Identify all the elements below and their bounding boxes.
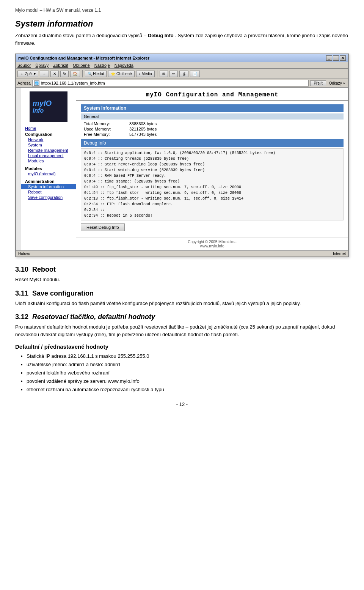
nav-modules-title: Modules [21, 165, 76, 171]
forward-button[interactable]: → [40, 71, 49, 77]
address-label: Adresa [17, 81, 31, 85]
nav-system[interactable]: System [21, 142, 76, 148]
system-info-header: System Information [81, 104, 344, 112]
left-border [16, 88, 21, 250]
used-memory-value: 3211265 bytes [126, 126, 344, 132]
myio-logo: myIO info [30, 91, 67, 122]
menu-soubor[interactable]: Soubor [17, 63, 31, 68]
nav-local-management[interactable]: Local management [21, 153, 76, 158]
free-memory-label: Free Memory: [81, 132, 126, 137]
memory-info-table: Total Memory: 8388608 bytes Used Memory:… [81, 121, 344, 137]
defaults-title: Defaultní / přednastavené hodnoty [15, 343, 349, 350]
home-button[interactable]: 🏠 [70, 71, 80, 77]
free-memory-row: Free Memory: 5177343 bytes [81, 132, 344, 137]
minimize-button[interactable]: _ [326, 55, 332, 61]
address-url: http://192.168.1.1/system_info.htm [41, 81, 105, 85]
nav-home[interactable]: Home [21, 126, 76, 131]
debug-line: 0:2:34 :: [84, 207, 340, 213]
section-description: Zobrazení aktuálního stavu paměti a debu… [15, 32, 349, 47]
total-memory-value: 8388608 bytes [126, 121, 344, 126]
reset-debug-button[interactable]: Reset Debug Info [81, 223, 125, 231]
page-number: - 12 - [15, 401, 349, 407]
browser-controls: _ □ ✕ [326, 55, 346, 61]
section-title: System information [15, 19, 349, 29]
address-input-box[interactable]: 🌐 http://192.168.1.1/system_info.htm [32, 80, 309, 87]
page-icon: 🌐 [34, 80, 39, 86]
search-button[interactable]: 🔍 Hledat [85, 71, 107, 77]
toolbar-extra3[interactable]: 🖨 [179, 71, 188, 77]
general-sub-header: General [81, 113, 344, 120]
debug-line: 0:0:4 :: Starting application, fw: 1.6.0… [84, 150, 340, 156]
back-button[interactable]: ← Zpět ▾ [17, 71, 38, 77]
go-button[interactable]: Přejít [310, 80, 326, 86]
debug-line: 0:1:54 :: ftp_flash_stor - writing sec.n… [84, 190, 340, 196]
toolbar-extra4[interactable]: 📄 [190, 71, 200, 77]
browser-inner: myIO info Home Configuration Network Sys… [21, 88, 348, 250]
debug-line: 0:0:4 :: Start watch-dog service (528383… [84, 167, 340, 173]
menu-zobrazit[interactable]: Zobrazit [53, 63, 68, 68]
debug-content-area: 0:0:4 :: Starting application, fw: 1.6.0… [81, 148, 344, 220]
used-memory-row: Used Memory: 3211265 bytes [81, 126, 344, 132]
toolbar-extra2[interactable]: ✏ [169, 71, 178, 77]
nav-save-configuration[interactable]: Save configuration [21, 195, 76, 200]
menu-oblibene[interactable]: Oblíbené [73, 63, 90, 68]
myio-nav: myIO info Home Configuration Network Sys… [21, 88, 76, 250]
address-bar: Adresa 🌐 http://192.168.1.1/system_info.… [16, 79, 348, 88]
total-memory-row: Total Memory: 8388608 bytes [81, 121, 344, 126]
menu-napoveda[interactable]: Nápověda [115, 63, 133, 68]
debug-line: 0:0:4 :: RAM based FTP Server ready. [84, 173, 340, 179]
debug-line: 0:2:34 :: FTP: Flash download complete. [84, 201, 340, 207]
browser-window: myIO Configuration and Management - Micr… [15, 53, 349, 257]
browser-content: myIO info Home Configuration Network Sys… [16, 88, 348, 250]
debug-line: 0:2:13 :: ftp_flash_stor - writing sec.n… [84, 196, 340, 201]
myio-content-area: System Information General Total Memory:… [76, 101, 348, 237]
debug-line: 0:0:4 :: Creating threads (5283839 bytes… [84, 156, 340, 162]
status-right: Internet [333, 252, 346, 256]
app-header-text: myIO Configuration and Management [146, 91, 279, 98]
debug-line: 0:0:4 :: time stamp:: (5283839 bytes fre… [84, 179, 340, 184]
bullet-item: ethernet rozhraní na automatické rozpozn… [27, 385, 349, 394]
section310-title: 3.10 Reboot [15, 266, 349, 274]
section310-description: Reset MyIO modulu. [15, 276, 349, 283]
logo-info: info [33, 107, 44, 114]
debug-info-header: Debug Info [81, 139, 344, 147]
bullet-item: Statická IP adresa 192.168.1.1 s maskou … [27, 352, 349, 360]
section311-title: 3.11 Save configuration [15, 289, 349, 297]
toolbar-extra1[interactable]: ✉ [160, 71, 168, 77]
menu-nastroje[interactable]: Nástroje [94, 63, 110, 68]
bullet-item: povolení vzdálené správy ze serveru www.… [27, 377, 349, 385]
document-header: Myio modul – HW a SW manuál, verze 1.1 [15, 8, 349, 13]
debug-line: 0:0:4 :: Start never-ending loop (528383… [84, 162, 340, 167]
free-memory-value: 5177343 bytes [126, 132, 344, 137]
maximize-button[interactable]: □ [333, 55, 339, 61]
myio-main-content: myIO Configuration and Management System… [76, 88, 348, 250]
browser-titlebar: myIO Configuration and Management - Micr… [16, 54, 348, 62]
logo-myio: myIO [33, 99, 52, 107]
nav-system-information[interactable]: System information [21, 184, 76, 189]
myio-footer: Copyright © 2005 Mikroklima www.myio.inf… [76, 237, 348, 250]
section312-description: Pro nastavení defaultních hodnot modulu … [15, 323, 349, 338]
nav-remote-management[interactable]: Remote management [21, 148, 76, 153]
refresh-button[interactable]: ↻ [60, 71, 69, 77]
browser-toolbar: ← Zpět ▾ → ✕ ↻ 🏠 🔍 Hledat ⭐ Oblíbené ♪ M… [16, 69, 348, 79]
footer-line2: www.myio.info [78, 244, 346, 248]
nav-configuration-title: Configuration [21, 131, 76, 137]
nav-network[interactable]: Network [21, 137, 76, 142]
media-button[interactable]: ♪ Média [136, 71, 155, 77]
debug-line: 0:1:49 :: ftp_flash_stor - writing sec.n… [84, 184, 340, 190]
nav-myio-internal[interactable]: myIO (internal) [21, 171, 76, 176]
browser-statusbar: Hotovo Internet [16, 250, 348, 256]
links-button[interactable]: Odkazy » [328, 81, 347, 86]
nav-modules-link[interactable]: Modules [21, 158, 76, 164]
menu-upravy[interactable]: Úpravy [35, 63, 49, 68]
used-memory-label: Used Memory: [81, 126, 126, 132]
stop-button[interactable]: ✕ [50, 71, 59, 77]
section311-description: Uloží aktuální konfiguraci do flash pamě… [15, 300, 349, 307]
status-left: Hotovo [18, 252, 30, 256]
favorites-button[interactable]: ⭐ Oblíbené [108, 71, 134, 77]
browser-menubar: Soubor Úpravy Zobrazit Oblíbené Nástroje… [16, 62, 348, 69]
nav-administration-title: Administration [21, 178, 76, 184]
close-button[interactable]: ✕ [340, 55, 346, 61]
footer-line1: Copyright © 2005 Mikroklima [78, 240, 346, 244]
nav-reboot[interactable]: Reboot [21, 189, 76, 195]
